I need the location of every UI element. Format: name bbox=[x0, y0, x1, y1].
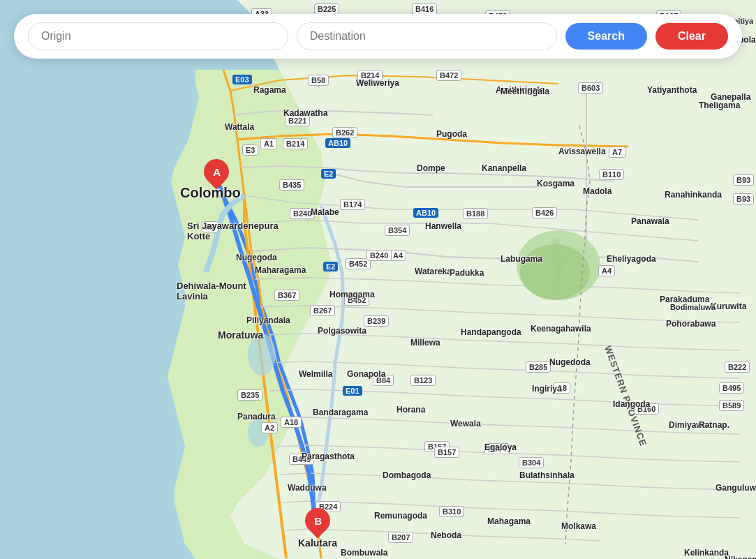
svg-point-6 bbox=[520, 244, 590, 300]
city-label-dompe: Dompe bbox=[417, 163, 445, 173]
map-container: Colombo Sri JayawardenepuraKotte Dehiwal… bbox=[0, 0, 756, 559]
marker-b-label: B bbox=[314, 515, 322, 527]
city-label-keenagahawila: Keenagahawila bbox=[531, 324, 591, 334]
city-label-kosgama: Kosgama bbox=[537, 179, 575, 188]
city-label-dombagoda: Dombagoda bbox=[383, 470, 431, 480]
road-label-b214b: B214 bbox=[283, 138, 308, 149]
road-label-a2b: A2 bbox=[261, 422, 278, 433]
city-label-dehiwala: Dehiwala-MountLavinia bbox=[177, 281, 246, 301]
road-label-b207: B207 bbox=[388, 532, 413, 543]
city-label-kadawatha: Kadawatha bbox=[283, 108, 327, 118]
city-label-eheliyagoda: Eheliyagoda bbox=[607, 254, 656, 264]
city-label-gonapola: Gonapola bbox=[347, 369, 385, 379]
city-label-malabe: Malabe bbox=[311, 207, 339, 217]
city-label-madola: Madola bbox=[583, 186, 612, 196]
road-label-b240b: B240 bbox=[366, 250, 392, 261]
origin-input[interactable]: Colombo, Sri Lanka bbox=[28, 22, 288, 50]
city-label-panawala: Panawala bbox=[631, 216, 669, 226]
city-label-ranahinkanda: Ranahinkanda bbox=[665, 190, 722, 200]
road-label-b222: B222 bbox=[725, 362, 750, 373]
city-label-colombo: Colombo bbox=[180, 185, 241, 201]
city-label-egaloya: Egaloya bbox=[484, 442, 517, 452]
city-label-homagama: Homagama bbox=[329, 290, 375, 299]
road-label-b304b: B304 bbox=[519, 457, 544, 468]
road-label-a7: A7 bbox=[609, 147, 625, 158]
city-label-ragama: Ragama bbox=[253, 85, 286, 95]
city-label-ganguluwita: Ganguluwita bbox=[716, 483, 756, 493]
road-label-b495: B495 bbox=[719, 382, 744, 394]
city-label-remunagoda: Remunagoda bbox=[374, 511, 427, 521]
city-label-millewa: Millewa bbox=[410, 338, 440, 348]
search-bar: Colombo, Sri Lanka Kalutara, Sri Lanka S… bbox=[14, 14, 742, 59]
city-label-molkawa: Molkawa bbox=[561, 521, 596, 531]
road-label-b285: B285 bbox=[526, 362, 551, 373]
city-label-meethirigala: Meethirigala bbox=[501, 87, 549, 96]
city-label-yatiyanthota: Yatiyanthota bbox=[647, 85, 697, 95]
city-label-wadduwa: Wadduwa bbox=[288, 483, 327, 493]
city-label-bulathsinhala: Bulathsinhala bbox=[519, 470, 575, 480]
city-label-padukka: Padukka bbox=[450, 268, 484, 278]
road-label-b235: B235 bbox=[237, 389, 262, 401]
road-label-a4b: A4 bbox=[598, 265, 615, 276]
marker-b: B bbox=[305, 508, 330, 533]
city-label-maharagama: Maharagama bbox=[255, 265, 306, 275]
road-label-b603: B603 bbox=[578, 82, 603, 94]
road-label-ab10b: AB10 bbox=[413, 208, 438, 218]
city-label-weliweriya: Weliweriya bbox=[356, 78, 399, 88]
road-label-b93: B93 bbox=[733, 174, 754, 186]
road-label-a1: A1 bbox=[260, 138, 277, 149]
search-button[interactable]: Search bbox=[565, 23, 647, 50]
city-label-nugegoda: Nugegoda bbox=[236, 253, 277, 262]
destination-input[interactable]: Kalutara, Sri Lanka bbox=[297, 22, 557, 50]
road-label-e2b: E2 bbox=[323, 262, 338, 271]
city-label-moratuwa: Moratuwa bbox=[218, 329, 263, 341]
marker-a: A bbox=[204, 159, 229, 184]
road-label-e01: E01 bbox=[343, 386, 362, 396]
road-label-b239: B239 bbox=[364, 315, 389, 327]
road-label-ab10a: AB10 bbox=[325, 138, 350, 148]
road-label-b416: B416 bbox=[412, 3, 437, 15]
city-label-avissawella: Avissawella bbox=[558, 147, 606, 156]
city-label-kotte: Sri JayawardenepuraKotte bbox=[187, 221, 279, 241]
city-label-kalutara: Kalutara bbox=[298, 537, 337, 549]
city-label-kananpella: Kananpella bbox=[482, 163, 526, 173]
road-label-b157b: B157 bbox=[434, 447, 459, 458]
road-label-b123: B123 bbox=[410, 375, 436, 386]
city-label-paragasthota: Paragasthota bbox=[302, 452, 355, 461]
city-label-neboda: Neboda bbox=[431, 530, 461, 540]
city-label-ratnap: Ratnap. bbox=[699, 420, 729, 430]
road-label-b354: B354 bbox=[385, 225, 410, 236]
road-label-b174: B174 bbox=[340, 199, 365, 210]
clear-button[interactable]: Clear bbox=[655, 23, 728, 50]
city-label-labugama: Labugama bbox=[501, 254, 542, 264]
city-label-wattala: Wattala bbox=[225, 122, 254, 132]
city-label-bodimaluwa: Bodimaluwa bbox=[670, 303, 716, 311]
city-label-watareka: Watareka bbox=[415, 267, 452, 276]
road-label-b435: B435 bbox=[279, 179, 304, 191]
city-label-ingiriya: Ingiriya bbox=[532, 384, 562, 394]
city-label-wewala: Wewala bbox=[450, 419, 481, 428]
road-label-b426: B426 bbox=[532, 207, 557, 218]
road-label-b267: B267 bbox=[310, 305, 335, 316]
city-label-horana: Horana bbox=[396, 405, 425, 415]
city-label-kuruwita: Kuruwita bbox=[711, 301, 746, 311]
road-label-b58: B58 bbox=[308, 75, 329, 86]
city-label-kelinkanda: Kelinkanda bbox=[684, 548, 729, 558]
road-label-a4a: A4 bbox=[390, 250, 406, 261]
road-label-b93b: B93 bbox=[733, 193, 754, 204]
road-label-e3: E3 bbox=[242, 144, 258, 156]
city-label-nikagama: Nikagama bbox=[725, 555, 756, 559]
road-label-b367: B367 bbox=[274, 290, 299, 301]
road-label-b310: B310 bbox=[439, 506, 464, 517]
road-label-b110: B110 bbox=[599, 169, 624, 180]
city-label-handapangoda: Handapangoda bbox=[461, 327, 521, 337]
city-label-bombuwala: Bombuwala bbox=[341, 548, 387, 558]
city-label-mahagama: Mahagama bbox=[487, 516, 531, 526]
road-label-b262: B262 bbox=[332, 127, 357, 138]
marker-a-label: A bbox=[213, 166, 221, 178]
road-label-e2a: E2 bbox=[321, 169, 336, 179]
road-label-e03: E03 bbox=[232, 75, 252, 84]
city-label-nugedoda2: Nugedoda bbox=[549, 357, 591, 367]
city-label-idangoda: Idangoda bbox=[613, 399, 650, 409]
city-label-bandaragama: Bandaragama bbox=[313, 408, 368, 417]
